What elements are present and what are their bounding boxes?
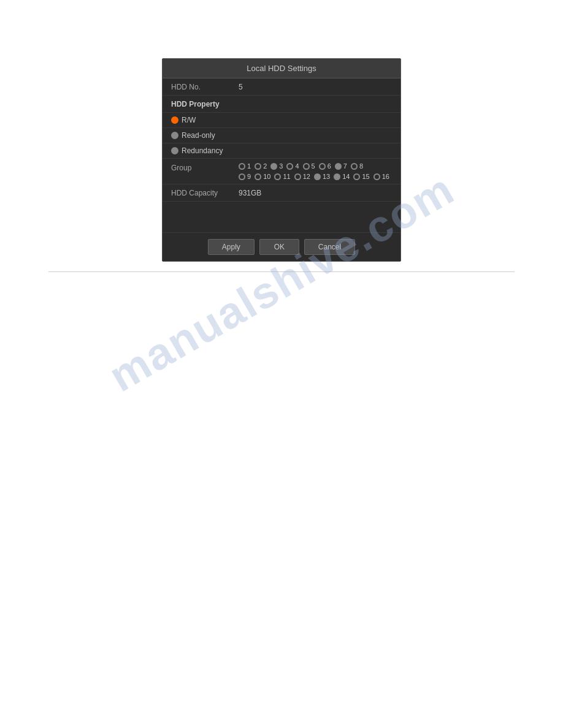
radio-readonly-label: Read-only	[182, 131, 215, 140]
group-radio-8-label: 8	[359, 162, 363, 170]
group-radio-10[interactable]: 10	[255, 173, 270, 180]
group-radio-5[interactable]: 5	[303, 162, 315, 170]
group-radio-2-circle[interactable]	[255, 163, 261, 170]
group-radio-13[interactable]: 13	[314, 173, 330, 180]
group-radio-10-label: 10	[263, 173, 270, 180]
radio-redundancy-label: Redundancy	[182, 146, 223, 155]
radio-rw-label: R/W	[182, 116, 196, 124]
group-radio-15-circle[interactable]	[353, 173, 360, 180]
local-hdd-settings-dialog: Local HDD Settings HDD No. 5 HDD Propert…	[162, 58, 401, 262]
group-radio-7-label: 7	[343, 162, 347, 170]
group-radio-6-label: 6	[327, 162, 331, 170]
cancel-button[interactable]: Cancel	[304, 239, 355, 255]
group-row: Group 1 2 3	[163, 159, 400, 184]
group-radio-16-label: 16	[382, 173, 389, 180]
group-radio-4-circle[interactable]	[286, 163, 293, 170]
hdd-capacity-label: HDD Capacity	[171, 189, 239, 197]
group-radio-9[interactable]: 9	[239, 173, 251, 180]
group-radio-1-circle[interactable]	[239, 163, 245, 170]
group-radio-9-label: 9	[247, 173, 251, 180]
group-radio-8[interactable]: 8	[351, 162, 363, 170]
group-radio-3-circle[interactable]	[270, 163, 277, 170]
hdd-no-row: HDD No. 5	[163, 78, 400, 96]
group-radio-10-circle[interactable]	[255, 173, 261, 180]
radio-redundancy-circle[interactable]	[171, 147, 178, 154]
group-radio-4-label: 4	[295, 162, 299, 170]
group-radio-3[interactable]: 3	[270, 162, 283, 170]
group-radio-11-circle[interactable]	[274, 173, 281, 180]
group-radio-line-1: 1 2 3 4	[239, 162, 392, 170]
hdd-capacity-row: HDD Capacity 931GB	[163, 184, 400, 202]
group-radio-11[interactable]: 11	[274, 173, 290, 180]
group-radio-7-circle[interactable]	[335, 163, 342, 170]
group-radio-5-label: 5	[312, 162, 315, 170]
group-radio-3-label: 3	[279, 162, 283, 170]
group-label-area: Group 1 2 3	[171, 162, 392, 180]
group-radio-14-label: 14	[342, 173, 350, 180]
group-radio-line-2: 9 10 11 12	[239, 173, 392, 180]
group-radio-14-circle[interactable]	[334, 173, 340, 180]
group-radio-11-label: 11	[283, 173, 290, 180]
hdd-property-label: HDD Property	[171, 100, 220, 108]
group-radio-13-circle[interactable]	[314, 173, 321, 180]
dialog-title: Local HDD Settings	[163, 59, 400, 78]
group-radio-15[interactable]: 15	[353, 173, 369, 180]
radio-readonly[interactable]: Read-only	[171, 131, 215, 140]
group-label: Group	[171, 162, 239, 172]
page-container: Local HDD Settings HDD No. 5 HDD Propert…	[0, 0, 563, 728]
dialog-footer: Apply OK Cancel	[163, 232, 400, 261]
hdd-no-label: HDD No.	[171, 83, 239, 91]
group-radio-12-circle[interactable]	[294, 173, 301, 180]
group-radio-15-label: 15	[362, 173, 369, 180]
group-radios-container: 1 2 3 4	[239, 162, 392, 180]
group-radio-14[interactable]: 14	[334, 173, 350, 180]
group-radio-6-circle[interactable]	[319, 163, 326, 170]
group-radio-9-circle[interactable]	[239, 173, 245, 180]
apply-button[interactable]: Apply	[208, 239, 255, 255]
group-radio-5-circle[interactable]	[303, 163, 310, 170]
radio-readonly-circle[interactable]	[171, 132, 178, 139]
hdd-capacity-value: 931GB	[239, 189, 261, 197]
group-radio-6[interactable]: 6	[319, 162, 331, 170]
radio-rw-row[interactable]: R/W	[163, 113, 400, 128]
group-radio-12[interactable]: 12	[294, 173, 310, 180]
page-divider	[48, 271, 515, 272]
group-radio-16-circle[interactable]	[373, 173, 380, 180]
radio-redundancy[interactable]: Redundancy	[171, 146, 223, 155]
group-radio-13-label: 13	[323, 173, 330, 180]
radio-rw-circle[interactable]	[171, 116, 178, 124]
group-radio-1[interactable]: 1	[239, 162, 251, 170]
radio-rw[interactable]: R/W	[171, 116, 196, 124]
group-radio-1-label: 1	[247, 162, 251, 170]
dialog-spacer	[163, 202, 400, 232]
dialog-title-text: Local HDD Settings	[247, 64, 316, 73]
group-radio-7[interactable]: 7	[335, 162, 347, 170]
radio-readonly-row[interactable]: Read-only	[163, 128, 400, 143]
hdd-property-header: HDD Property	[163, 96, 400, 113]
group-radio-16[interactable]: 16	[373, 173, 389, 180]
hdd-no-value: 5	[239, 83, 243, 91]
group-radio-2-label: 2	[263, 162, 267, 170]
group-radio-2[interactable]: 2	[255, 162, 267, 170]
group-radio-12-label: 12	[303, 173, 310, 180]
group-radio-8-circle[interactable]	[351, 163, 358, 170]
radio-redundancy-row[interactable]: Redundancy	[163, 143, 400, 159]
ok-button[interactable]: OK	[259, 239, 299, 255]
group-radio-4[interactable]: 4	[286, 162, 299, 170]
